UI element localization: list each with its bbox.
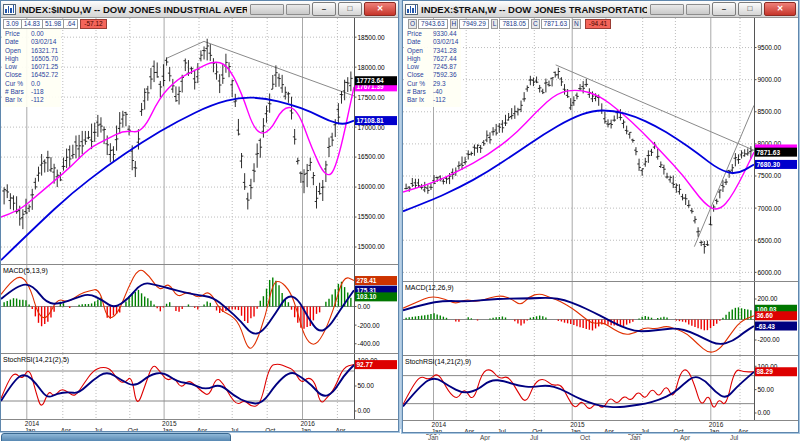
macd-pane-label: MACD(5,13,9) <box>3 267 48 275</box>
axis-month-label: Oct <box>128 427 138 432</box>
data-panel-value: 29.3 <box>433 80 446 88</box>
time-axis[interactable]: 2014JanAprJulOct2015JanAprJulOct2016JanA… <box>403 420 798 432</box>
background-window-titlebar <box>1 433 231 441</box>
data-panel-label: Close <box>407 71 433 79</box>
data-panel-label: Low <box>407 63 433 71</box>
axis-tick-label: -200.00 <box>358 322 380 329</box>
macd-pane[interactable]: MACD(12,26,9)200.00-200.00100.0336.60-63… <box>403 282 798 356</box>
axis-month-label: Apr <box>604 428 614 433</box>
axis-tick-label: 16000.00 <box>358 183 385 190</box>
readout-field-tag: C <box>531 19 540 29</box>
price-badge-label: -63.43 <box>757 323 776 330</box>
readout-value: 7943.63 <box>418 19 448 29</box>
titlebar-tool-button[interactable] <box>286 4 310 15</box>
minimize-button[interactable]: – <box>712 2 736 16</box>
trendline <box>204 41 354 96</box>
readout-value: 7949.29 <box>459 19 489 29</box>
data-panel-value: 7341.28 <box>433 47 457 55</box>
axis-tick-label: -200.00 <box>758 336 780 343</box>
data-panel-label: Low <box>5 63 31 71</box>
background-axis-label: Oct <box>580 434 590 441</box>
axis-tick-label: 6500.00 <box>758 237 782 244</box>
window-title: INDEX:$INDU,W -- DOW JONES INDUSTRIAL AV… <box>19 4 247 15</box>
axis-tick-label: 0.00 <box>758 409 771 416</box>
titlebar-indu[interactable]: INDEX:$INDU,W -- DOW JONES INDUSTRIAL AV… <box>1 1 398 18</box>
axis-month-label: Jan <box>300 427 310 432</box>
data-panel-label: Cur % <box>5 80 31 88</box>
stochrsi-pane[interactable]: StochRSI(14,21(2),9)100.0050.000.0088.29 <box>403 356 798 420</box>
background-axis-label: Apr <box>680 434 690 441</box>
titlebar-tran[interactable]: INDEX:$TRAN,W -- DOW JONES TRANSPORTATIO… <box>403 1 798 18</box>
axis-tick-label: 7000.00 <box>758 205 782 212</box>
data-panel-label: Bar Ix <box>5 96 31 104</box>
stoch-pane-label: StochRSI(14,21(2),5) <box>3 356 69 364</box>
axis-month-label: Apr <box>738 428 748 433</box>
readout-field-tag: N <box>572 19 581 29</box>
readout-value: .64 <box>63 19 78 29</box>
titlebar-tool-button[interactable] <box>250 4 284 15</box>
axis-month-label: Jan <box>570 428 580 433</box>
background-axis-label: Jan <box>630 434 640 441</box>
ohlc-readout: 3.0914.8351.98.64-57.12 <box>3 19 107 29</box>
axis-month-label: Oct <box>673 428 683 433</box>
axis-tick-label: 0.00 <box>358 303 371 310</box>
close-button[interactable]: ✕ <box>764 2 796 16</box>
axis-tick-label: -400.00 <box>358 340 380 347</box>
data-panel-label: Date <box>407 38 433 46</box>
series-line <box>403 111 754 212</box>
data-panel-value: 0.00 <box>31 30 44 38</box>
chart-area-indu[interactable]: 18500.0018000.0017500.0017000.0016500.00… <box>1 18 398 431</box>
ohlc-readout: O7943.63H7949.29L7818.05C7871.63N-94.41 <box>405 19 611 29</box>
minimize-button[interactable]: – <box>312 2 336 16</box>
data-panel-label: Price <box>5 30 31 38</box>
net-change-badge: -57.12 <box>80 19 106 29</box>
close-button[interactable]: ✕ <box>364 2 396 16</box>
axis-tick-label: 8500.00 <box>758 108 782 115</box>
background-axis-label: Jul <box>530 434 538 441</box>
data-panel-value: 03/02/14 <box>433 38 458 46</box>
maximize-button[interactable]: □ <box>738 2 762 16</box>
axis-tick-label: 0.00 <box>358 407 371 414</box>
maximize-button[interactable]: □ <box>338 2 362 16</box>
net-change-badge: -94.41 <box>585 19 611 29</box>
data-panel-value: 0.0 <box>31 80 40 88</box>
axis-tick-label: 15000.00 <box>358 243 385 250</box>
axis-month-label: Jul <box>94 427 102 432</box>
price-badge-label: 17773.64 <box>357 77 384 84</box>
readout-value: 7871.63 <box>541 19 571 29</box>
axis-tick-label: 9000.00 <box>758 76 782 83</box>
axis-tick-label: 18500.00 <box>358 34 385 41</box>
axis-month-label: Apr <box>61 427 71 432</box>
price-badge-label: 7871.63 <box>757 149 781 156</box>
data-panel-value: -118 <box>31 88 44 96</box>
data-panel-value: 16452.72 <box>31 71 58 79</box>
data-panel-label: Cur % <box>407 80 433 88</box>
data-panel-value: 7592.36 <box>433 71 457 79</box>
background-axis-label: Apr <box>480 434 490 441</box>
price-pane[interactable]: 9500.009000.008500.008000.007500.007000.… <box>403 18 798 282</box>
axis-month-label: Jan <box>432 428 442 433</box>
macd-histogram <box>406 307 751 330</box>
axis-tick-label: 15500.00 <box>358 213 385 220</box>
chart-window-tran: INDEX:$TRAN,W -- DOW JONES TRANSPORTATIO… <box>402 0 799 433</box>
price-badge-label: 36.60 <box>757 312 774 319</box>
axis-month-label: Jul <box>230 427 238 432</box>
readout-field-tag: H <box>450 19 459 29</box>
readout-value: 51.98 <box>42 19 64 29</box>
chart-area-tran[interactable]: 9500.009000.008500.008000.007500.007000.… <box>403 18 798 432</box>
data-panel-label: # Bars <box>5 88 31 96</box>
stochrsi-pane[interactable]: StochRSI(14,21(2),5)100.0050.000.0092.77 <box>1 354 398 419</box>
data-panel-label: Open <box>5 47 31 55</box>
data-panel-value: -40 <box>433 88 442 96</box>
cursor-data-panel: Price9330.44Date03/02/14Open7341.28High7… <box>405 29 461 107</box>
titlebar-tool-button[interactable] <box>650 4 684 15</box>
data-panel-label: Bar Ix <box>407 96 433 104</box>
axis-month-label: Jan <box>709 428 719 433</box>
time-axis[interactable]: 2014JanAprJulOct2015JanAprJulOct2016JanA… <box>1 419 398 431</box>
price-badge-label: 278.41 <box>357 277 377 284</box>
readout-value: 7818.05 <box>499 19 529 29</box>
titlebar-tool-button[interactable] <box>686 4 710 15</box>
macd-pane[interactable]: MACD(5,13,9)0.00-200.00-400.00278.41175.… <box>1 265 398 354</box>
series-line <box>403 372 754 407</box>
data-panel-label: # Bars <box>407 88 433 96</box>
